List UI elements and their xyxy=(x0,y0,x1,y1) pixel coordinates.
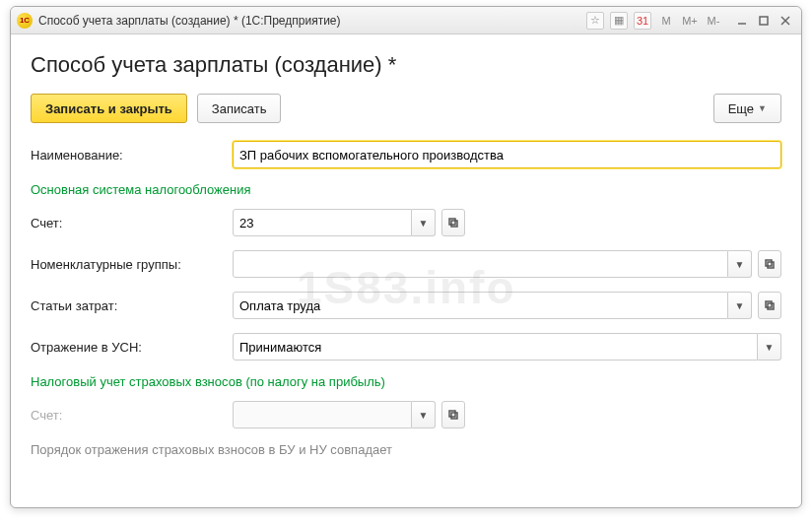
nomgroup-open-button[interactable] xyxy=(758,250,781,278)
name-input[interactable] xyxy=(233,141,781,168)
favorite-icon[interactable]: ☆ xyxy=(586,12,604,30)
row-name: Наименование: xyxy=(31,141,781,168)
cost-open-button[interactable] xyxy=(758,292,781,319)
close-button[interactable] xyxy=(776,12,795,30)
svg-rect-1 xyxy=(760,17,768,25)
page-title: Способ учета зарплаты (создание) * xyxy=(31,52,781,78)
tax-account-open-button xyxy=(441,401,465,428)
minimize-button[interactable] xyxy=(732,12,752,30)
more-label: Еще xyxy=(728,101,754,116)
account-dropdown-button[interactable]: ▼ xyxy=(412,209,436,236)
cost-input[interactable] xyxy=(233,292,728,319)
save-label: Записать xyxy=(212,101,267,116)
save-and-close-button[interactable]: Записать и закрыть xyxy=(31,94,187,123)
account-input[interactable] xyxy=(233,209,412,236)
section-main-tax: Основная система налогообложения xyxy=(31,182,781,197)
open-icon xyxy=(765,300,775,310)
tax-account-label: Счет: xyxy=(31,408,233,423)
usn-input[interactable] xyxy=(233,333,758,361)
app-window: 1C Способ учета зарплаты (создание) * (1… xyxy=(10,6,802,508)
open-icon xyxy=(448,218,458,228)
svg-rect-6 xyxy=(766,260,772,266)
svg-rect-10 xyxy=(449,411,455,417)
row-account: Счет: ▼ xyxy=(31,209,781,236)
nomgroup-label: Номенклатурные группы: xyxy=(31,257,233,272)
toolbar: Записать и закрыть Записать Еще ▼ xyxy=(31,94,781,123)
titlebar-tool-icons: ☆ ▦ 31 M M+ M- xyxy=(586,12,722,30)
row-tax-account: Счет: ▼ xyxy=(31,401,781,428)
svg-rect-11 xyxy=(451,413,457,419)
save-close-label: Записать и закрыть xyxy=(45,101,172,116)
calculator-icon[interactable]: ▦ xyxy=(610,12,628,30)
tax-account-dropdown-button: ▼ xyxy=(412,401,436,428)
tax-account-input xyxy=(233,401,412,428)
usn-dropdown-button[interactable]: ▼ xyxy=(758,333,781,361)
row-usn: Отражение в УСН: ▼ xyxy=(31,333,781,361)
open-icon xyxy=(448,410,458,420)
calendar-icon[interactable]: 31 xyxy=(634,12,651,30)
svg-rect-5 xyxy=(451,221,457,227)
maximize-icon xyxy=(759,16,769,26)
open-icon xyxy=(765,259,775,269)
save-button[interactable]: Записать xyxy=(197,94,282,123)
row-nomgroup: Номенклатурные группы: ▼ xyxy=(31,250,781,278)
account-label: Счет: xyxy=(31,216,233,230)
more-button[interactable]: Еще ▼ xyxy=(713,94,781,123)
usn-label: Отражение в УСН: xyxy=(31,340,233,355)
section-tax-insurance: Налоговый учет страховых взносов (по нал… xyxy=(31,374,781,389)
window-title: Способ учета зарплаты (создание) * (1С:П… xyxy=(38,14,341,28)
memory-mminus-icon[interactable]: M- xyxy=(705,12,722,30)
svg-rect-7 xyxy=(768,262,774,268)
chevron-down-icon: ▼ xyxy=(758,103,767,113)
maximize-button[interactable] xyxy=(754,12,774,30)
memory-m-icon[interactable]: M xyxy=(657,12,675,30)
cost-label: Статьи затрат: xyxy=(31,298,233,313)
app-logo-icon: 1C xyxy=(17,13,33,29)
nomgroup-input[interactable] xyxy=(233,250,728,278)
account-open-button[interactable] xyxy=(441,209,465,236)
titlebar: 1C Способ учета зарплаты (создание) * (1… xyxy=(11,7,801,34)
row-cost: Статьи затрат: ▼ xyxy=(31,292,781,319)
memory-mplus-icon[interactable]: M+ xyxy=(681,12,699,30)
svg-rect-9 xyxy=(768,303,774,309)
name-label: Наименование: xyxy=(31,148,233,163)
close-icon xyxy=(780,16,790,26)
content-area: 1S83.info Способ учета зарплаты (создани… xyxy=(11,34,801,507)
insurance-note: Порядок отражения страховых взносов в БУ… xyxy=(31,442,781,457)
cost-dropdown-button[interactable]: ▼ xyxy=(728,292,752,319)
svg-rect-4 xyxy=(449,219,455,225)
svg-rect-8 xyxy=(766,301,772,307)
nomgroup-dropdown-button[interactable]: ▼ xyxy=(728,250,752,278)
minimize-icon xyxy=(737,16,747,26)
